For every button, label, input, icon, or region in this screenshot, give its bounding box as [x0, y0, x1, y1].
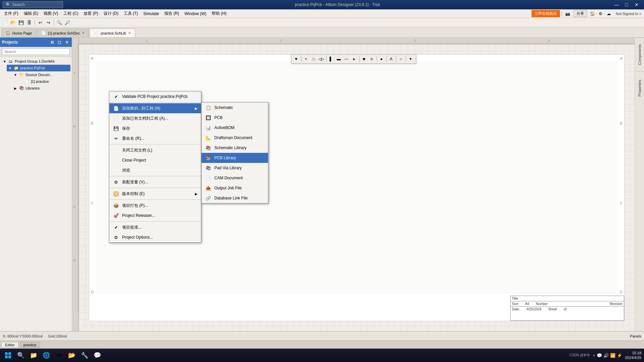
cloud-icon[interactable]: ☁: [605, 10, 612, 17]
components-tab[interactable]: Components: [635, 38, 644, 71]
bottom-tab-practice[interactable]: practice: [20, 342, 40, 348]
maximize-button[interactable]: □: [622, 1, 631, 8]
sch-ring-btn[interactable]: ○: [397, 55, 405, 63]
system-clock[interactable]: 15:18 2024/4/25: [625, 351, 641, 360]
ctx-save[interactable]: 💾 保存: [109, 123, 201, 133]
panel-search-input[interactable]: [2, 48, 70, 55]
ctx-approve[interactable]: ✔ 项目批准...: [109, 222, 201, 232]
taskbar-wechat-icon[interactable]: 💬: [92, 350, 103, 361]
tab-schlib[interactable]: 📄 practice.SchLib ✕: [90, 28, 135, 37]
ctx-add-existing[interactable]: 📄 添加已有文档到工程 (A)...: [109, 113, 201, 123]
submenu-output[interactable]: 📤 Output Job File: [202, 183, 268, 193]
title-search-input[interactable]: [12, 2, 59, 7]
submenu-pcb[interactable]: 🔲 PCB: [202, 113, 268, 123]
not-signed-in[interactable]: Not Signed In >: [614, 11, 643, 16]
taskbar-explorer-icon[interactable]: 📂: [66, 350, 77, 361]
taskbar-file-icon[interactable]: 📁: [28, 350, 39, 361]
sch-filter-btn[interactable]: ▼: [292, 55, 300, 63]
submenu-dblink[interactable]: 🔗 Database Link File: [202, 193, 268, 203]
taskbar-altium-icon[interactable]: 🔧: [79, 350, 90, 361]
sch-list-btn[interactable]: ≡: [368, 55, 375, 63]
home-icon[interactable]: 🏠: [589, 10, 596, 17]
tab-schdoc[interactable]: 📄 [1] practice.SchDoc ✕: [37, 28, 89, 37]
screenshot-icon[interactable]: 📷: [564, 10, 572, 17]
bottom-tab-editor[interactable]: Editor: [1, 342, 18, 348]
tree-doc1[interactable]: 📄 [1] practice: [17, 78, 70, 85]
menu-tools[interactable]: 工具 (T): [121, 10, 141, 17]
menu-place[interactable]: 放置 (P): [81, 10, 101, 17]
menu-file[interactable]: 文件 (F): [1, 10, 21, 17]
sch-rect-btn[interactable]: □: [310, 55, 317, 63]
submenu-pcblib[interactable]: 📚 PCB Library: [202, 153, 268, 163]
menu-simulate[interactable]: Simulate: [141, 10, 162, 17]
zoom-out-button[interactable]: 🔎: [64, 19, 71, 26]
sch-horiz-btn[interactable]: ▬: [335, 55, 342, 63]
ctx-close-docs[interactable]: 关闭工程文档 (L): [109, 145, 201, 155]
sch-star-btn[interactable]: ✦: [407, 55, 414, 63]
menu-window[interactable]: Window (W): [182, 10, 209, 17]
undo-button[interactable]: ↩: [37, 19, 44, 26]
tree-project-group[interactable]: ▼ 🗂 Project Group 1.DsnWrk: [1, 58, 70, 65]
ctx-pack[interactable]: 📦 项目打包 (P)...: [109, 200, 201, 210]
settings-icon[interactable]: ⚙: [597, 10, 604, 17]
share-button[interactable]: 分享: [574, 10, 587, 17]
submenu-cam[interactable]: 📄 CAM Document: [202, 173, 268, 183]
minimize-button[interactable]: —: [612, 1, 621, 8]
submenu-draftsman[interactable]: 📐 Draftsman Document: [202, 133, 268, 143]
tab-home[interactable]: 🏠 Home Page: [1, 28, 36, 37]
panels-label[interactable]: Panels: [630, 334, 641, 338]
tree-libraries[interactable]: ▶ 📚 Libraries: [12, 85, 70, 92]
sch-arrow-btn[interactable]: ◁▷: [318, 55, 325, 63]
windows-start-icon[interactable]: [3, 350, 13, 361]
menu-view[interactable]: 视图 (V): [41, 10, 61, 17]
ctx-release[interactable]: 🚀 Project Releaser...: [109, 210, 201, 221]
csdn-label[interactable]: CSDN @李华: [570, 353, 590, 358]
submenu-padvia[interactable]: 📚 Pad Via Library: [202, 163, 268, 173]
tray-wifi-icon[interactable]: 📶: [610, 353, 615, 358]
panel-split-icon[interactable]: ⊟: [49, 39, 55, 45]
tab-schdoc-close[interactable]: ✕: [82, 31, 85, 35]
sch-line-btn[interactable]: —: [343, 55, 350, 63]
submenu-schematic[interactable]: 📋 Schematic: [202, 103, 268, 113]
menu-help[interactable]: 帮助 (H): [209, 10, 229, 17]
taskbar-search-icon[interactable]: 🔍: [15, 350, 26, 361]
ctx-assembly[interactable]: ⚙ 装配变量 (V)...: [109, 177, 201, 187]
ctx-validate[interactable]: ✔ Validate PCB Project practice.PrjPcb: [109, 92, 201, 102]
ctx-browse[interactable]: 浏览: [109, 165, 201, 175]
ctx-close-project[interactable]: Close Project: [109, 155, 201, 165]
submenu-schlib[interactable]: 📚 Schematic Library: [202, 143, 268, 153]
tray-battery-icon[interactable]: ⚡: [617, 353, 622, 358]
tree-project[interactable]: ▼ 📁 practice.PrjPcb: [7, 65, 70, 71]
redo-button[interactable]: ↪: [45, 19, 52, 26]
sch-add-btn[interactable]: +: [302, 55, 310, 63]
sch-box-btn[interactable]: ■: [360, 55, 368, 63]
save-button[interactable]: 💾: [17, 19, 25, 26]
sch-text-btn[interactable]: A: [387, 55, 395, 63]
tray-up-icon[interactable]: ∧: [593, 353, 595, 358]
zoom-in-button[interactable]: 🔍: [56, 19, 63, 26]
ctx-options[interactable]: ⚙ Project Options...: [109, 232, 201, 242]
taskbar-mail-icon[interactable]: ✉: [54, 350, 64, 361]
save-all-button[interactable]: 🗄: [25, 19, 33, 26]
sch-circle-btn[interactable]: ●: [378, 55, 385, 63]
ctx-rename[interactable]: ✏ 重命名 (R)...: [109, 133, 201, 143]
canvas-area[interactable]: ▼ + □ ◁▷ ▌ ▬ — ▸ ■ ≡ ● A ○ ✦: [72, 38, 635, 331]
ctx-version[interactable]: 🔀 版本控制 (E): [109, 189, 201, 199]
tab-schlib-close[interactable]: ✕: [128, 31, 131, 35]
close-button[interactable]: ✕: [632, 1, 641, 8]
tray-volume-icon[interactable]: 🔊: [603, 353, 609, 358]
panel-close-icon[interactable]: ✕: [64, 39, 70, 45]
submenu-activebom[interactable]: 📊 ActiveBOM: [202, 123, 268, 133]
sch-play-btn[interactable]: ▸: [351, 55, 358, 63]
menu-edit[interactable]: 编辑 (E): [21, 10, 41, 17]
tray-chat-icon[interactable]: 💬: [597, 353, 602, 358]
new-button[interactable]: 📄: [1, 19, 9, 26]
taskbar-browser-icon[interactable]: 🌐: [41, 350, 52, 361]
tree-source-docs[interactable]: ▼ 📁 Source Docum...: [12, 71, 70, 78]
open-button[interactable]: 📂: [9, 19, 17, 26]
properties-tab[interactable]: Properties: [635, 71, 644, 105]
menu-design[interactable]: 设计 (D): [101, 10, 121, 17]
menu-report[interactable]: 报告 (R): [162, 10, 182, 17]
buy-button[interactable]: 立即在线购买: [532, 10, 560, 17]
search-box-title[interactable]: 🔍: [3, 1, 63, 8]
